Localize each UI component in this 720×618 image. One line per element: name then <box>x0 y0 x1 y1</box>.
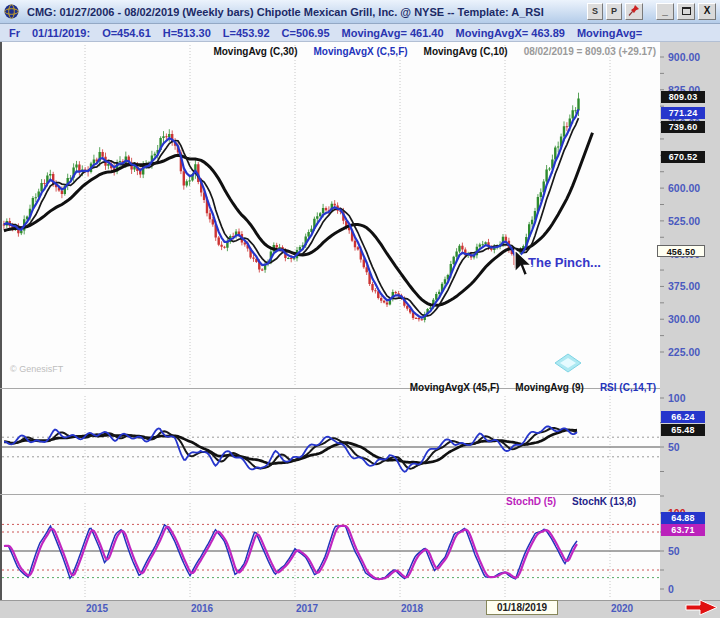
legend-item-movingavgx-c-5-f-[interactable]: MovingAvgX (C,5,F) <box>314 46 408 57</box>
rsi-panel-legend: MovingAvgX (45,F)MovingAvg (9)RSI (C,14,… <box>410 382 656 393</box>
diamond-drawing-icon[interactable] <box>554 353 582 373</box>
legend-item-movingavg-c-10-[interactable]: MovingAvg (C,10) <box>424 46 508 57</box>
panel-separator <box>0 494 660 495</box>
legend-item-stochd-5-[interactable]: StochD (5) <box>506 496 556 507</box>
close-button[interactable]: X <box>698 3 716 20</box>
chart-window: CMG: 01/27/2006 - 08/02/2019 (Weekly bar… <box>0 0 720 618</box>
legend-item-movingavgx-45-f-[interactable]: MovingAvgX (45,F) <box>410 382 500 393</box>
genesisft-watermark: © GenesisFT <box>10 364 63 374</box>
minimize-button[interactable]: _ <box>656 3 674 20</box>
scroll-right-arrow[interactable] <box>684 599 720 617</box>
stoch-panel-legend: StochD (5)StochK (13,8) <box>506 496 636 507</box>
quote-date: 01/11/2019: <box>32 27 90 39</box>
pin-button[interactable] <box>625 3 643 20</box>
legend-item-movingavg-9-[interactable]: MovingAvg (9) <box>515 382 584 393</box>
title-bar[interactable]: CMG: 01/27/2006 - 08/02/2019 (Weekly bar… <box>0 0 720 24</box>
symbol-button[interactable]: S <box>587 3 603 20</box>
legend-item-rsi-c-14-t-[interactable]: RSI (C,14,T) <box>600 382 656 393</box>
quote-field: C=506.95 <box>282 27 330 39</box>
legend-item-stochk-13-8-[interactable]: StochK (13,8) <box>572 496 636 507</box>
app-globe-icon <box>4 4 19 19</box>
maximize-icon <box>682 7 691 15</box>
time-axis-bar <box>0 600 720 618</box>
quote-field: L=453.92 <box>223 27 270 39</box>
quote-field: MovingAvg= <box>577 27 642 39</box>
maximize-button[interactable] <box>677 3 695 20</box>
mouse-cursor-icon <box>512 248 534 278</box>
legend-item-movingavg-c-30-[interactable]: MovingAvg (C,30) <box>213 46 297 57</box>
quote-info-bar: Fr 01/11/2019: O=454.61H=513.30L=453.92C… <box>0 24 720 42</box>
pinch-annotation: The Pinch... <box>528 255 601 270</box>
quote-field: MovingAvg= 461.40 <box>342 27 444 39</box>
quote-values: O=454.61H=513.30L=453.92C=506.95MovingAv… <box>102 27 642 39</box>
chart-plot-area[interactable] <box>0 42 660 600</box>
pin-icon <box>628 4 640 17</box>
weekday-label: Fr <box>9 27 20 39</box>
quote-field: H=513.30 <box>163 27 211 39</box>
quote-field: O=454.61 <box>102 27 151 39</box>
price-axis-gutter <box>660 42 720 600</box>
last-bar-quote: 08/02/2019 = 809.03 (+29.17) <box>524 46 656 57</box>
quote-field: MovingAvgX= 463.89 <box>456 27 565 39</box>
date-marker-box[interactable]: 01/18/2019 <box>486 600 558 615</box>
price-panel-legend: MovingAvg (C,30)MovingAvgX (C,5,F)Moving… <box>213 46 656 57</box>
window-title: CMG: 01/27/2006 - 08/02/2019 (Weekly bar… <box>27 6 544 18</box>
period-button[interactable]: P <box>606 3 622 20</box>
